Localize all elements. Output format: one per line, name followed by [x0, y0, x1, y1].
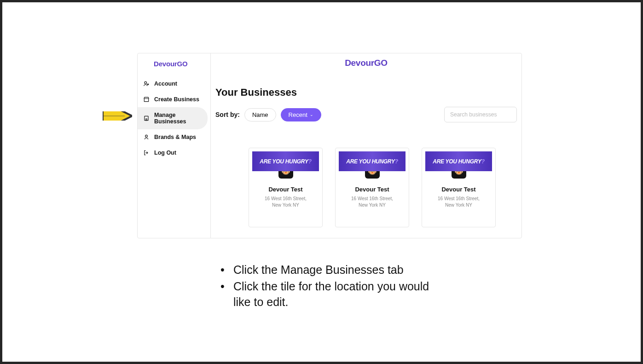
- sidebar-item-logout[interactable]: Log Out: [138, 145, 210, 161]
- business-cards-row: ARE YOU HUNGRY? 🐵 Devour Test 16 West 16…: [215, 148, 517, 227]
- business-address: 16 West 16th Street, New York NY: [351, 196, 393, 208]
- logo-text-a: Devour: [154, 60, 177, 68]
- business-address: 16 West 16th Street, New York NY: [438, 196, 480, 208]
- business-name: Devour Test: [268, 186, 302, 193]
- sidebar-item-brands-maps[interactable]: Brands & Maps: [138, 129, 210, 145]
- sort-option-label: Name: [252, 111, 268, 118]
- sort-by-label: Sort by:: [215, 111, 240, 118]
- search-input[interactable]: [444, 107, 517, 122]
- business-name: Devour Test: [441, 186, 475, 193]
- sidebar-item-create-business[interactable]: Create Business: [138, 92, 210, 107]
- card-banner: ARE YOU HUNGRY?: [339, 151, 405, 171]
- banner-text: ARE YOU HUNGRY: [260, 158, 308, 165]
- logout-icon: [143, 150, 150, 156]
- business-card[interactable]: ARE YOU HUNGRY? 🐵 Devour Test 16 West 16…: [422, 148, 496, 227]
- sidebar-item-account[interactable]: Account: [138, 76, 210, 92]
- sidebar-item-label: Manage Businesses: [154, 112, 202, 125]
- sort-option-label: Recent: [289, 111, 307, 118]
- business-address: 16 West 16th Street, New York NY: [265, 196, 307, 208]
- business-name: Devour Test: [355, 186, 389, 193]
- sidebar-logo: DevourGO: [138, 58, 210, 76]
- logo-text-a: Devour: [345, 58, 374, 68]
- business-icon: [143, 115, 150, 121]
- banner-text: ARE YOU HUNGRY: [433, 158, 481, 165]
- instructions-block: Click the Manage Businesses tab Click th…: [215, 262, 445, 311]
- sidebar-item-label: Create Business: [154, 96, 199, 103]
- sidebar-item-label: Brands & Maps: [154, 134, 196, 140]
- instruction-item: Click the tile for the location you woul…: [215, 279, 445, 310]
- brands-icon: [143, 134, 150, 140]
- banner-accent: ?: [395, 158, 398, 165]
- sidebar: DevourGO Account Create Business Manage …: [138, 53, 211, 238]
- svg-point-10: [145, 135, 148, 137]
- svg-point-7: [147, 84, 148, 85]
- main-content: DevourGO Your Businesses Sort by: Name R…: [211, 53, 521, 238]
- chevron-down-icon: ⌄: [310, 112, 313, 117]
- sidebar-item-label: Account: [154, 81, 177, 87]
- instruction-item: Click the Manage Businesses tab: [215, 262, 445, 278]
- card-banner: ARE YOU HUNGRY?: [425, 151, 492, 171]
- svg-rect-9: [146, 119, 147, 121]
- sidebar-item-label: Log Out: [154, 150, 176, 156]
- app-window: DevourGO Account Create Business Manage …: [137, 53, 522, 238]
- business-card[interactable]: ARE YOU HUNGRY? 🐵 Devour Test 16 West 16…: [335, 148, 409, 227]
- page-title: Your Businesses: [215, 87, 517, 98]
- store-icon: [143, 96, 150, 103]
- logo-text-b: GO: [177, 60, 187, 68]
- main-logo: DevourGO: [215, 58, 517, 68]
- svg-rect-8: [145, 116, 148, 120]
- sort-group: Sort by: Name Recent ⌄: [215, 108, 321, 121]
- sidebar-item-manage-businesses[interactable]: Manage Businesses: [138, 107, 208, 129]
- annotation-arrow-sidebar: [103, 111, 132, 121]
- banner-accent: ?: [308, 158, 312, 165]
- account-icon: [143, 81, 150, 87]
- sort-option-name[interactable]: Name: [244, 108, 276, 121]
- card-banner: ARE YOU HUNGRY?: [252, 151, 319, 171]
- logo-text-b: GO: [374, 58, 388, 68]
- banner-text: ARE YOU HUNGRY: [346, 158, 394, 165]
- controls-row: Sort by: Name Recent ⌄: [215, 107, 517, 122]
- sort-option-recent[interactable]: Recent ⌄: [281, 108, 321, 121]
- svg-point-6: [145, 81, 147, 84]
- banner-accent: ?: [481, 158, 485, 165]
- business-card[interactable]: ARE YOU HUNGRY? 🐵 Devour Test 16 West 16…: [249, 148, 323, 227]
